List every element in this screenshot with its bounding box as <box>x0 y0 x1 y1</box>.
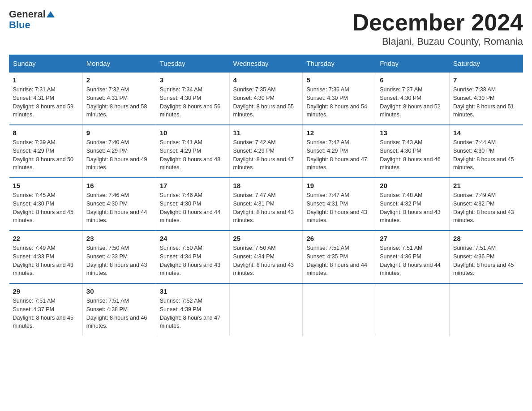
sunrise-label: Sunrise: 7:35 AM <box>233 86 276 93</box>
daylight-label: Daylight: 8 hours and 44 minutes. <box>86 209 147 224</box>
sunrise-label: Sunrise: 7:42 AM <box>306 139 349 146</box>
sunrise-label: Sunrise: 7:49 AM <box>453 192 496 198</box>
table-row: 5 Sunrise: 7:36 AM Sunset: 4:30 PM Dayli… <box>303 72 376 125</box>
sunset-label: Sunset: 4:30 PM <box>13 201 54 207</box>
page-header: General Blue December 2024 Blajani, Buza… <box>9 9 523 47</box>
daylight-label: Daylight: 8 hours and 50 minutes. <box>13 156 74 171</box>
daylight-label: Daylight: 8 hours and 43 minutes. <box>86 262 147 277</box>
sunset-label: Sunset: 4:30 PM <box>453 95 494 101</box>
sunset-label: Sunset: 4:31 PM <box>306 201 348 207</box>
sunset-label: Sunset: 4:30 PM <box>160 95 201 101</box>
day-info: Sunrise: 7:49 AM Sunset: 4:33 PM Dayligh… <box>13 244 79 278</box>
daylight-label: Daylight: 8 hours and 43 minutes. <box>233 262 294 277</box>
calendar-week-row: 15 Sunrise: 7:45 AM Sunset: 4:30 PM Dayl… <box>9 178 523 231</box>
day-number: 6 <box>380 76 446 84</box>
daylight-label: Daylight: 8 hours and 46 minutes. <box>380 156 441 171</box>
day-number: 12 <box>306 129 372 137</box>
sunrise-label: Sunrise: 7:38 AM <box>453 86 496 93</box>
table-row: 30 Sunrise: 7:51 AM Sunset: 4:38 PM Dayl… <box>82 283 156 336</box>
table-row: 23 Sunrise: 7:50 AM Sunset: 4:33 PM Dayl… <box>82 231 156 283</box>
table-row: 7 Sunrise: 7:38 AM Sunset: 4:30 PM Dayli… <box>450 72 523 125</box>
day-info: Sunrise: 7:51 AM Sunset: 4:37 PM Dayligh… <box>13 297 79 330</box>
sunrise-label: Sunrise: 7:50 AM <box>233 245 276 251</box>
table-row: 26 Sunrise: 7:51 AM Sunset: 4:35 PM Dayl… <box>303 231 376 283</box>
table-row: 10 Sunrise: 7:41 AM Sunset: 4:29 PM Dayl… <box>156 125 229 178</box>
table-row: 6 Sunrise: 7:37 AM Sunset: 4:30 PM Dayli… <box>376 72 450 125</box>
sunset-label: Sunset: 4:33 PM <box>86 253 128 260</box>
daylight-label: Daylight: 8 hours and 49 minutes. <box>86 156 147 171</box>
sunrise-label: Sunrise: 7:52 AM <box>160 298 202 304</box>
day-info: Sunrise: 7:38 AM Sunset: 4:30 PM Dayligh… <box>453 86 519 119</box>
daylight-label: Daylight: 8 hours and 55 minutes. <box>233 103 294 118</box>
table-row: 27 Sunrise: 7:51 AM Sunset: 4:36 PM Dayl… <box>376 231 450 283</box>
sunset-label: Sunset: 4:30 PM <box>233 95 275 101</box>
daylight-label: Daylight: 8 hours and 43 minutes. <box>380 209 441 224</box>
day-info: Sunrise: 7:31 AM Sunset: 4:31 PM Dayligh… <box>13 86 79 119</box>
sunset-label: Sunset: 4:29 PM <box>160 148 201 154</box>
page-subtitle: Blajani, Buzau County, Romania <box>352 36 523 47</box>
table-row: 3 Sunrise: 7:34 AM Sunset: 4:30 PM Dayli… <box>156 72 229 125</box>
daylight-label: Daylight: 8 hours and 43 minutes. <box>306 209 367 224</box>
col-wednesday: Wednesday <box>229 55 303 73</box>
sunset-label: Sunset: 4:29 PM <box>306 148 348 154</box>
sunset-label: Sunset: 4:36 PM <box>453 253 494 260</box>
sunrise-label: Sunrise: 7:46 AM <box>160 192 202 198</box>
day-info: Sunrise: 7:44 AM Sunset: 4:30 PM Dayligh… <box>453 138 519 172</box>
sunrise-label: Sunrise: 7:44 AM <box>453 139 496 146</box>
calendar-week-row: 1 Sunrise: 7:31 AM Sunset: 4:31 PM Dayli… <box>9 72 523 125</box>
table-row: 9 Sunrise: 7:40 AM Sunset: 4:29 PM Dayli… <box>82 125 156 178</box>
sunrise-label: Sunrise: 7:50 AM <box>160 245 202 251</box>
sunrise-label: Sunrise: 7:36 AM <box>306 86 349 93</box>
day-number: 30 <box>86 287 152 295</box>
calendar-week-row: 29 Sunrise: 7:51 AM Sunset: 4:37 PM Dayl… <box>9 283 523 336</box>
daylight-label: Daylight: 8 hours and 47 minutes. <box>306 156 367 171</box>
day-info: Sunrise: 7:41 AM Sunset: 4:29 PM Dayligh… <box>160 138 226 172</box>
daylight-label: Daylight: 8 hours and 43 minutes. <box>13 262 74 277</box>
day-number: 27 <box>380 235 446 242</box>
table-row: 25 Sunrise: 7:50 AM Sunset: 4:34 PM Dayl… <box>229 231 303 283</box>
day-number: 11 <box>233 129 299 137</box>
day-info: Sunrise: 7:51 AM Sunset: 4:36 PM Dayligh… <box>453 244 519 278</box>
table-row: 2 Sunrise: 7:32 AM Sunset: 4:31 PM Dayli… <box>82 72 156 125</box>
table-row <box>376 283 450 336</box>
table-row: 14 Sunrise: 7:44 AM Sunset: 4:30 PM Dayl… <box>450 125 523 178</box>
day-number: 31 <box>160 287 226 295</box>
table-row: 18 Sunrise: 7:47 AM Sunset: 4:31 PM Dayl… <box>229 178 303 231</box>
table-row: 21 Sunrise: 7:49 AM Sunset: 4:32 PM Dayl… <box>450 178 523 231</box>
day-info: Sunrise: 7:37 AM Sunset: 4:30 PM Dayligh… <box>380 86 446 119</box>
day-number: 10 <box>160 129 226 137</box>
calendar-week-row: 22 Sunrise: 7:49 AM Sunset: 4:33 PM Dayl… <box>9 231 523 283</box>
sunrise-label: Sunrise: 7:42 AM <box>233 139 276 146</box>
daylight-label: Daylight: 8 hours and 43 minutes. <box>160 262 221 277</box>
sunset-label: Sunset: 4:36 PM <box>380 253 421 260</box>
sunrise-label: Sunrise: 7:32 AM <box>86 86 129 93</box>
daylight-label: Daylight: 8 hours and 46 minutes. <box>86 315 147 330</box>
col-thursday: Thursday <box>303 55 376 73</box>
day-number: 15 <box>13 182 79 189</box>
day-info: Sunrise: 7:36 AM Sunset: 4:30 PM Dayligh… <box>306 86 372 119</box>
table-row: 8 Sunrise: 7:39 AM Sunset: 4:29 PM Dayli… <box>9 125 83 178</box>
daylight-label: Daylight: 8 hours and 45 minutes. <box>453 156 514 171</box>
day-info: Sunrise: 7:48 AM Sunset: 4:32 PM Dayligh… <box>380 191 446 225</box>
sunrise-label: Sunrise: 7:47 AM <box>306 192 349 198</box>
day-info: Sunrise: 7:50 AM Sunset: 4:34 PM Dayligh… <box>160 244 226 278</box>
day-number: 9 <box>86 129 152 137</box>
table-row: 28 Sunrise: 7:51 AM Sunset: 4:36 PM Dayl… <box>450 231 523 283</box>
table-row: 13 Sunrise: 7:43 AM Sunset: 4:30 PM Dayl… <box>376 125 450 178</box>
sunset-label: Sunset: 4:30 PM <box>306 95 348 101</box>
daylight-label: Daylight: 8 hours and 54 minutes. <box>306 103 367 118</box>
day-number: 1 <box>13 76 79 84</box>
page-title: December 2024 <box>352 9 523 36</box>
day-info: Sunrise: 7:43 AM Sunset: 4:30 PM Dayligh… <box>380 138 446 172</box>
day-number: 25 <box>233 235 299 242</box>
sunrise-label: Sunrise: 7:40 AM <box>86 139 129 146</box>
day-number: 3 <box>160 76 226 84</box>
daylight-label: Daylight: 8 hours and 51 minutes. <box>453 103 514 118</box>
title-block: December 2024 Blajani, Buzau County, Rom… <box>352 9 523 47</box>
day-number: 29 <box>13 287 79 295</box>
table-row: 31 Sunrise: 7:52 AM Sunset: 4:39 PM Dayl… <box>156 283 229 336</box>
sunrise-label: Sunrise: 7:45 AM <box>13 192 56 198</box>
daylight-label: Daylight: 8 hours and 48 minutes. <box>160 156 221 171</box>
sunrise-label: Sunrise: 7:48 AM <box>380 192 422 198</box>
day-number: 2 <box>86 76 152 84</box>
